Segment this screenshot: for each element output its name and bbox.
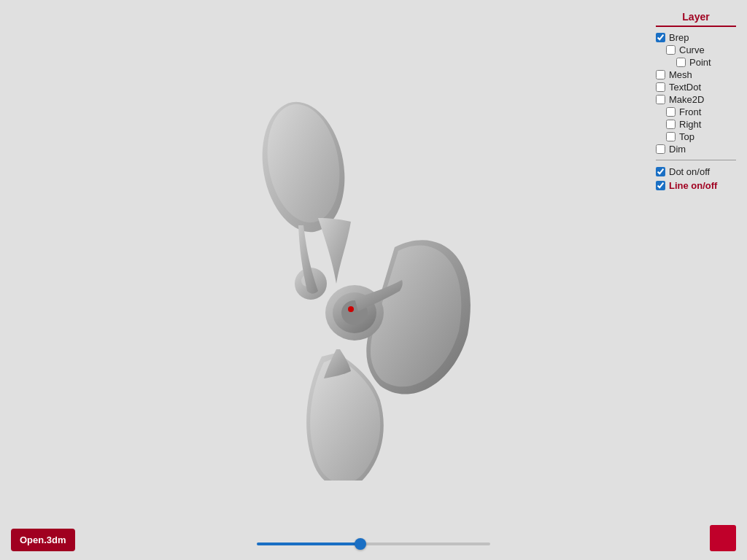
right-panel: Layer Brep Curve Point Mesh TextDot Make… [656,11,736,192]
mesh-checkbox[interactable] [656,70,665,79]
line-label: Line on/off [669,180,717,191]
dot-label: Dot on/off [669,166,710,177]
textdot-label: TextDot [669,82,701,93]
svg-point-7 [348,306,354,312]
point-label: Point [689,57,711,68]
brep-label: Brep [669,32,689,43]
layer-make2d[interactable]: Make2D [656,93,736,106]
layer-mesh[interactable]: Mesh [656,69,736,81]
red-square-button[interactable] [710,525,736,551]
right-label: Right [679,119,701,130]
point-checkbox[interactable] [676,58,686,67]
make2d-label: Make2D [669,94,704,105]
3d-model [190,79,482,481]
viewport[interactable] [0,0,747,560]
layer-point[interactable]: Point [656,56,736,69]
timeline-slider[interactable] [257,542,490,545]
layer-dim[interactable]: Dim [656,143,736,155]
right-checkbox[interactable] [666,120,676,129]
curve-label: Curve [679,44,705,55]
panel-divider [656,160,736,160]
textdot-checkbox[interactable] [656,82,665,92]
dim-label: Dim [669,144,686,155]
layer-front[interactable]: Front [656,106,736,118]
line-on-off-toggle[interactable]: Line on/off [656,179,736,192]
line-checkbox[interactable] [656,181,665,190]
layer-list: Brep Curve Point Mesh TextDot Make2D Fro… [656,31,736,155]
brep-checkbox[interactable] [656,33,665,42]
open-button[interactable]: Open.3dm [11,529,75,551]
layer-textdot[interactable]: TextDot [656,81,736,93]
top-label: Top [679,131,694,142]
layer-curve[interactable]: Curve [656,44,736,56]
top-checkbox[interactable] [666,132,676,141]
mesh-label: Mesh [669,69,692,80]
curve-checkbox[interactable] [666,45,676,55]
front-label: Front [679,106,701,117]
layer-right[interactable]: Right [656,118,736,131]
panel-title: Layer [656,11,736,27]
front-checkbox[interactable] [666,107,676,117]
dim-checkbox[interactable] [656,144,665,154]
make2d-checkbox[interactable] [656,95,665,104]
dot-on-off-toggle[interactable]: Dot on/off [656,165,736,179]
layer-brep[interactable]: Brep [656,31,736,44]
layer-top[interactable]: Top [656,131,736,143]
slider-container [257,542,490,545]
dot-checkbox[interactable] [656,167,665,176]
